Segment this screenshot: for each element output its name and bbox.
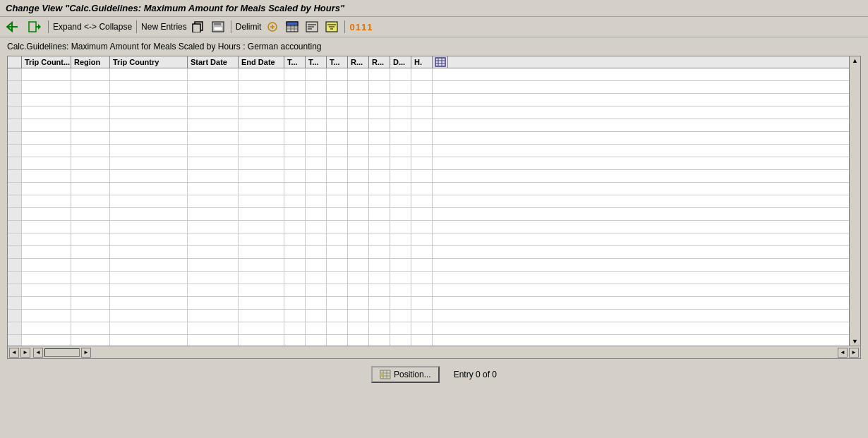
table-cell[interactable] xyxy=(327,119,348,131)
table-cell[interactable] xyxy=(71,310,110,322)
table-cell[interactable] xyxy=(110,107,188,118)
table-cell[interactable] xyxy=(239,284,284,296)
table-cell[interactable] xyxy=(71,233,110,245)
table-cell[interactable] xyxy=(188,68,239,80)
table-row[interactable] xyxy=(8,107,849,119)
table-cell[interactable] xyxy=(327,310,348,322)
table-cell[interactable] xyxy=(369,107,390,118)
table-cell[interactable] xyxy=(411,68,433,80)
table-cell[interactable] xyxy=(110,322,188,334)
table-cell[interactable] xyxy=(411,221,433,233)
table-cell[interactable] xyxy=(369,81,390,93)
table-button[interactable] xyxy=(284,20,301,34)
table-cell[interactable] xyxy=(71,221,110,233)
table-cell[interactable] xyxy=(22,272,71,284)
table-cell[interactable] xyxy=(188,284,239,296)
delimit-button[interactable]: Delimit xyxy=(236,22,262,32)
table-cell[interactable] xyxy=(71,157,110,169)
copy-button[interactable] xyxy=(190,20,207,34)
table-cell[interactable] xyxy=(188,81,239,93)
table-cell[interactable] xyxy=(284,94,306,106)
table-cell[interactable] xyxy=(327,322,348,334)
table-cell[interactable] xyxy=(306,81,327,93)
table-cell[interactable] xyxy=(110,157,188,169)
table-cell[interactable] xyxy=(110,335,188,346)
table-cell[interactable] xyxy=(411,119,433,131)
table-cell[interactable] xyxy=(110,246,188,258)
table-cell[interactable] xyxy=(110,119,188,131)
table-cell[interactable] xyxy=(239,221,284,233)
th-settings-icon[interactable] xyxy=(433,56,448,68)
table-cell[interactable] xyxy=(188,157,239,169)
table-cell[interactable] xyxy=(188,272,239,284)
table-cell[interactable] xyxy=(390,157,411,169)
table-cell[interactable] xyxy=(284,68,306,80)
table-cell[interactable] xyxy=(188,310,239,322)
table-row[interactable] xyxy=(8,322,849,335)
table-cell[interactable] xyxy=(369,132,390,144)
table-cell[interactable] xyxy=(306,145,327,157)
save-button[interactable] xyxy=(210,20,227,34)
table-cell[interactable] xyxy=(369,221,390,233)
table-cell[interactable] xyxy=(188,107,239,118)
table-cell[interactable] xyxy=(239,297,284,309)
scroll-next-button[interactable]: ► xyxy=(81,348,91,358)
table-cell[interactable] xyxy=(22,335,71,346)
table-cell[interactable] xyxy=(284,233,306,245)
sort-button[interactable] xyxy=(303,20,320,34)
table-cell[interactable] xyxy=(348,119,369,131)
table-cell[interactable] xyxy=(327,183,348,195)
table-cell[interactable] xyxy=(284,119,306,131)
table-cell[interactable] xyxy=(71,132,110,144)
table-cell[interactable] xyxy=(327,68,348,80)
table-cell[interactable] xyxy=(22,246,71,258)
table-cell[interactable] xyxy=(284,272,306,284)
table-cell[interactable] xyxy=(71,297,110,309)
position-button[interactable]: Position... xyxy=(371,366,440,383)
h-scroll-end-left[interactable]: ◄ xyxy=(838,348,848,358)
table-cell[interactable] xyxy=(110,132,188,144)
table-cell[interactable] xyxy=(110,221,188,233)
table-cell[interactable] xyxy=(369,183,390,195)
table-row[interactable] xyxy=(8,272,849,284)
table-cell[interactable] xyxy=(369,322,390,334)
table-cell[interactable] xyxy=(22,119,71,131)
table-cell[interactable] xyxy=(327,221,348,233)
table-cell[interactable] xyxy=(239,259,284,271)
table-cell[interactable] xyxy=(306,335,327,346)
table-cell[interactable] xyxy=(71,81,110,93)
table-cell[interactable] xyxy=(411,132,433,144)
table-cell[interactable] xyxy=(284,170,306,182)
exit-button[interactable] xyxy=(25,19,44,35)
table-cell[interactable] xyxy=(239,322,284,334)
table-cell[interactable] xyxy=(411,297,433,309)
table-cell[interactable] xyxy=(239,335,284,346)
table-cell[interactable] xyxy=(411,310,433,322)
table-row[interactable] xyxy=(8,259,849,272)
table-cell[interactable] xyxy=(110,272,188,284)
table-cell[interactable] xyxy=(306,68,327,80)
table-cell[interactable] xyxy=(306,284,327,296)
table-cell[interactable] xyxy=(411,81,433,93)
table-cell[interactable] xyxy=(71,195,110,207)
table-cell[interactable] xyxy=(369,259,390,271)
table-cell[interactable] xyxy=(284,81,306,93)
table-cell[interactable] xyxy=(306,157,327,169)
table-row[interactable] xyxy=(8,335,849,346)
table-cell[interactable] xyxy=(390,132,411,144)
table-cell[interactable] xyxy=(71,68,110,80)
table-cell[interactable] xyxy=(327,284,348,296)
table-cell[interactable] xyxy=(411,259,433,271)
table-cell[interactable] xyxy=(306,107,327,118)
table-cell[interactable] xyxy=(71,259,110,271)
table-cell[interactable] xyxy=(188,233,239,245)
table-cell[interactable] xyxy=(22,195,71,207)
table-cell[interactable] xyxy=(327,145,348,157)
table-cell[interactable] xyxy=(327,157,348,169)
table-cell[interactable] xyxy=(348,107,369,118)
table-cell[interactable] xyxy=(239,170,284,182)
table-cell[interactable] xyxy=(239,195,284,207)
table-cell[interactable] xyxy=(390,322,411,334)
table-cell[interactable] xyxy=(239,157,284,169)
table-cell[interactable] xyxy=(369,195,390,207)
